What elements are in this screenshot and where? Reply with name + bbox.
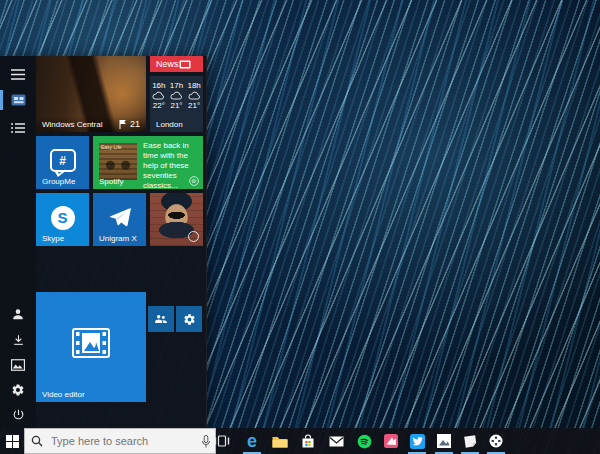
taskbar-spotify[interactable] xyxy=(351,428,377,454)
gear-icon xyxy=(183,313,196,326)
tile-skype[interactable]: S Skype xyxy=(36,193,89,246)
note-icon xyxy=(463,434,478,449)
twitter-icon xyxy=(410,434,425,449)
tile-unigram[interactable]: Unigram X xyxy=(93,193,146,246)
skype-icon: S xyxy=(51,206,75,230)
forecast-temp: 21° xyxy=(168,101,186,110)
weather-forecast: 16h 17h 18h 22° 21° 21° xyxy=(150,76,203,110)
pictures-button[interactable] xyxy=(0,353,36,377)
gear-icon xyxy=(11,383,25,397)
tile-groupme[interactable]: # GroupMe xyxy=(36,136,89,189)
hamburger-icon xyxy=(11,69,25,80)
search-input[interactable] xyxy=(49,434,195,448)
taskbar-twitter[interactable] xyxy=(404,428,430,454)
album-art: Easy Life xyxy=(99,143,137,180)
film-strip-icon xyxy=(72,328,110,358)
taskbar-file-explorer[interactable] xyxy=(267,428,293,454)
start-menu: Windows Central 21 News 16h 17h 18h 22° xyxy=(0,56,207,428)
pinned-tiles-button[interactable] xyxy=(0,88,36,112)
taskbar-pink-app[interactable] xyxy=(378,428,404,454)
tile-weather[interactable]: 16h 17h 18h 22° 21° 21° London xyxy=(150,76,203,132)
album-title: Easy Life xyxy=(101,144,122,150)
taskbar-search[interactable] xyxy=(24,428,216,454)
mail-envelope-icon xyxy=(329,436,344,447)
tile-label: London xyxy=(156,120,183,129)
tile-label: GroupMe xyxy=(42,177,75,186)
photos-badge-icon xyxy=(188,231,199,242)
tile-news[interactable]: News xyxy=(150,56,203,72)
taskbar-photos[interactable] xyxy=(431,428,457,454)
pinned-tiles-icon xyxy=(11,94,26,106)
task-view-icon xyxy=(214,435,230,447)
tile-video-editor[interactable]: Video editor xyxy=(36,292,146,402)
forecast-hour: 18h xyxy=(185,81,203,90)
spotify-icon xyxy=(357,434,372,449)
tile-windows-central[interactable]: Windows Central 21 xyxy=(36,56,146,132)
expand-menu-button[interactable] xyxy=(0,62,36,86)
windows-logo-icon xyxy=(6,435,19,448)
photos-icon xyxy=(437,434,451,448)
user-account-button[interactable] xyxy=(0,302,36,326)
power-button[interactable] xyxy=(0,402,36,426)
tile-label: Skype xyxy=(42,234,64,243)
all-apps-button[interactable] xyxy=(0,116,36,140)
folder-icon xyxy=(272,435,288,448)
tile-label: Unigram X xyxy=(99,234,137,243)
settings-button[interactable] xyxy=(0,378,36,402)
taskbar-feedback-hub[interactable] xyxy=(483,428,509,454)
user-icon xyxy=(11,307,25,321)
task-view-button[interactable] xyxy=(209,428,235,454)
tile-spotify[interactable]: Easy Life Ease back in time with the hel… xyxy=(93,136,203,189)
start-rail xyxy=(0,56,36,428)
badge-count: 21 xyxy=(130,119,140,129)
all-apps-list-icon xyxy=(11,122,25,134)
tile-people[interactable] xyxy=(148,306,174,332)
taskbar-mail[interactable] xyxy=(323,428,349,454)
tile-label: Windows Central xyxy=(42,120,102,129)
spotify-logo-icon xyxy=(189,176,199,186)
forecast-temp: 21° xyxy=(185,101,203,110)
store-bag-icon xyxy=(301,434,315,448)
groupme-icon: # xyxy=(50,149,76,172)
downloads-button[interactable] xyxy=(0,328,36,352)
cloud-icon xyxy=(185,91,203,100)
edge-icon: e xyxy=(247,432,257,450)
windows-central-label-row: Windows Central 21 xyxy=(36,116,146,132)
cloud-icon xyxy=(150,91,168,100)
tile-settings[interactable] xyxy=(176,306,202,332)
paper-plane-icon xyxy=(109,207,131,227)
dotted-circle-icon xyxy=(489,434,503,448)
download-icon xyxy=(12,333,25,347)
hash-glyph: # xyxy=(59,154,66,168)
news-icon xyxy=(179,60,191,69)
taskbar: e xyxy=(0,428,600,454)
forecast-hour: 17h xyxy=(168,81,186,90)
tile-label: News xyxy=(156,59,179,69)
power-icon xyxy=(12,408,25,421)
active-indicator xyxy=(0,90,3,110)
start-button[interactable] xyxy=(0,428,24,454)
taskbar-store[interactable] xyxy=(295,428,321,454)
tile-label: Spotify xyxy=(99,177,123,186)
tile-label: Video editor xyxy=(42,390,85,399)
tile-photo[interactable] xyxy=(150,193,203,246)
flag-icon xyxy=(119,120,127,129)
taskbar-edge[interactable]: e xyxy=(239,428,265,454)
cloud-icon xyxy=(168,91,186,100)
forecast-temp: 22° xyxy=(150,101,168,110)
search-icon xyxy=(31,435,43,447)
pink-app-icon xyxy=(384,434,398,448)
notification-badge: 21 xyxy=(119,119,140,129)
skype-letter: S xyxy=(57,209,67,226)
forecast-hour: 16h xyxy=(150,81,168,90)
pictures-icon xyxy=(11,359,25,371)
taskbar-sticky-notes[interactable] xyxy=(457,428,483,454)
people-icon xyxy=(154,313,168,325)
